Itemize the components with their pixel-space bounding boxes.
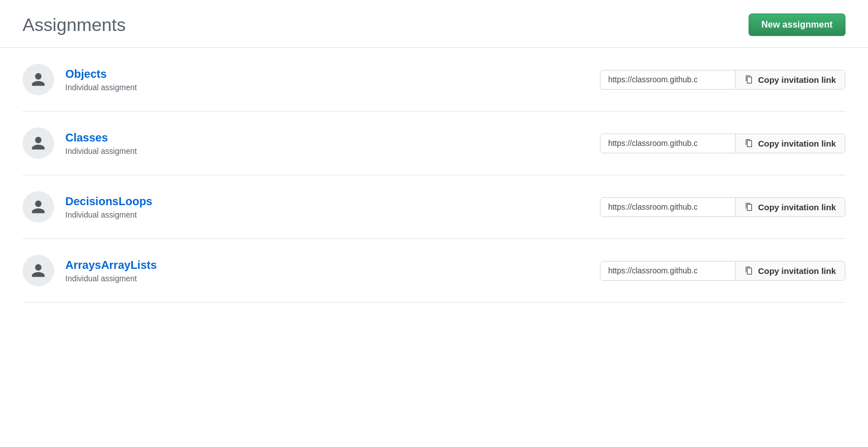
copy-invitation-link-button[interactable]: Copy invitation link: [736, 70, 845, 89]
copy-link-label: Copy invitation link: [758, 202, 836, 212]
invitation-url: https://classroom.github.c: [600, 134, 736, 152]
assignment-name[interactable]: Objects: [65, 68, 137, 81]
invitation-url: https://classroom.github.c: [600, 262, 736, 280]
avatar: [23, 255, 54, 286]
page-header: Assignments New assignment: [0, 0, 868, 48]
copy-link-label: Copy invitation link: [758, 266, 836, 276]
assignment-actions: https://classroom.github.c Copy invitati…: [600, 134, 845, 153]
person-icon: [30, 263, 46, 278]
person-icon: [30, 72, 46, 87]
copy-icon: [745, 202, 754, 211]
assignment-type: Individual assigment: [65, 274, 157, 283]
avatar: [23, 64, 54, 95]
copy-invitation-link-button[interactable]: Copy invitation link: [736, 198, 845, 216]
assignment-row: ArraysArrayLists Individual assigment ht…: [23, 239, 845, 303]
copy-link-label: Copy invitation link: [758, 75, 836, 85]
assignments-list: Objects Individual assigment https://cla…: [0, 48, 868, 303]
copy-invitation-link-button[interactable]: Copy invitation link: [736, 134, 845, 153]
page-title: Assignments: [23, 15, 126, 36]
avatar: [23, 191, 54, 223]
assignment-info: Objects Individual assigment: [65, 68, 137, 92]
assignment-type: Individual assigment: [65, 147, 137, 156]
copy-icon: [745, 139, 754, 148]
person-icon: [30, 135, 46, 151]
assignment-row: DecisionsLoops Individual assigment http…: [23, 175, 845, 239]
copy-link-label: Copy invitation link: [758, 139, 836, 148]
assignment-left: ArraysArrayLists Individual assigment: [23, 255, 157, 286]
assignment-info: ArraysArrayLists Individual assigment: [65, 259, 157, 283]
assignment-info: DecisionsLoops Individual assigment: [65, 195, 152, 219]
assignment-type: Individual assigment: [65, 83, 137, 92]
copy-icon: [745, 75, 754, 84]
assignment-actions: https://classroom.github.c Copy invitati…: [600, 261, 845, 281]
assignment-name[interactable]: DecisionsLoops: [65, 195, 152, 208]
assignment-actions: https://classroom.github.c Copy invitati…: [600, 197, 845, 217]
invitation-url: https://classroom.github.c: [600, 198, 736, 216]
avatar: [23, 127, 54, 159]
assignment-left: Objects Individual assigment: [23, 64, 137, 95]
assignment-actions: https://classroom.github.c Copy invitati…: [600, 70, 845, 90]
invitation-url: https://classroom.github.c: [600, 70, 736, 88]
assignment-row: Objects Individual assigment https://cla…: [23, 48, 845, 112]
new-assignment-button[interactable]: New assignment: [749, 14, 845, 36]
assignment-row: Classes Individual assigment https://cla…: [23, 112, 845, 175]
copy-icon: [745, 266, 754, 275]
assignment-name[interactable]: ArraysArrayLists: [65, 259, 157, 272]
assignment-type: Individual assigment: [65, 210, 152, 219]
assignment-left: Classes Individual assigment: [23, 127, 137, 159]
person-icon: [30, 199, 46, 215]
assignment-info: Classes Individual assigment: [65, 131, 137, 156]
assignment-name[interactable]: Classes: [65, 131, 137, 144]
assignment-left: DecisionsLoops Individual assigment: [23, 191, 152, 223]
copy-invitation-link-button[interactable]: Copy invitation link: [736, 262, 845, 280]
